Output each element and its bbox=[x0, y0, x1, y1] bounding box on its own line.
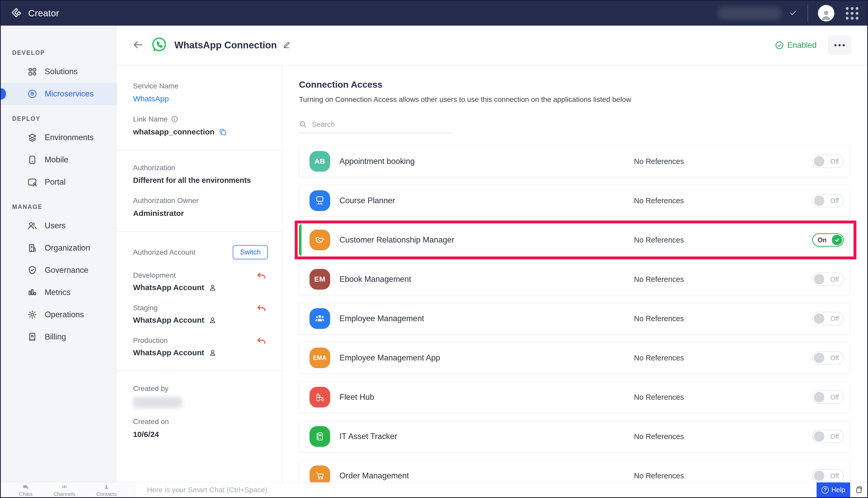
initials-badge: EMA bbox=[310, 348, 330, 368]
more-options-button[interactable] bbox=[828, 36, 851, 55]
app-name: Appointment booking bbox=[339, 157, 634, 166]
sidebar: DEVELOP Solutions Microservices DEPLOY E… bbox=[1, 26, 117, 482]
environment-account: WhatsApp Account bbox=[133, 316, 268, 325]
access-toggle[interactable]: Off bbox=[812, 273, 844, 286]
app-row: Customer Relationship ManagerNo Referenc… bbox=[299, 224, 850, 256]
side-panel-toggle[interactable] bbox=[850, 483, 867, 497]
help-button[interactable]: ? Help bbox=[817, 483, 850, 497]
search-input[interactable] bbox=[312, 120, 452, 129]
access-toggle[interactable]: Off bbox=[812, 430, 844, 443]
sidebar-item-label: Microservices bbox=[45, 89, 94, 99]
avatar[interactable] bbox=[818, 5, 835, 22]
app-card[interactable]: Customer Relationship ManagerNo Referenc… bbox=[299, 224, 850, 256]
search-field bbox=[299, 120, 452, 133]
sidebar-item-label: Environments bbox=[45, 133, 94, 142]
sidebar-item-label: Governance bbox=[45, 265, 89, 275]
copy-icon[interactable] bbox=[219, 128, 227, 136]
back-button[interactable] bbox=[132, 39, 144, 52]
app-card[interactable]: Order ManagementNo ReferencesOff bbox=[299, 460, 850, 482]
divider bbox=[117, 150, 282, 150]
sidebar-item-label: Solutions bbox=[45, 67, 78, 76]
environment-account: WhatsApp Account bbox=[133, 348, 268, 357]
sidebar-item-operations[interactable]: Operations bbox=[1, 304, 117, 326]
app-row: Employee ManagementNo ReferencesOff bbox=[299, 303, 850, 334]
chats-button[interactable]: Chats bbox=[19, 484, 32, 497]
access-toggle[interactable]: Off bbox=[812, 469, 844, 482]
mobile-icon bbox=[27, 155, 38, 165]
app-name: Order Management bbox=[339, 471, 634, 481]
app-card[interactable]: Employee ManagementNo ReferencesOff bbox=[299, 303, 850, 334]
smart-chat-bar bbox=[135, 483, 817, 497]
channels-button[interactable]: Channels bbox=[53, 484, 76, 497]
users-icon bbox=[27, 221, 38, 231]
person-silhouette-icon bbox=[820, 9, 832, 21]
environment-label: Staging bbox=[133, 304, 268, 312]
organization-icon bbox=[27, 243, 38, 253]
app-references: No References bbox=[634, 354, 684, 362]
app-card[interactable]: EMEbook ManagementNo ReferencesOff bbox=[299, 263, 850, 295]
sidebar-item-microservices[interactable]: Microservices bbox=[1, 83, 117, 105]
undo-icon bbox=[256, 271, 267, 281]
sidebar-item-environments[interactable]: Environments bbox=[1, 127, 117, 149]
revoke-authorization-button[interactable] bbox=[256, 336, 267, 348]
sidebar-item-label: Users bbox=[45, 221, 66, 231]
service-name-value[interactable]: WhatsApp bbox=[133, 94, 268, 103]
panel-icon bbox=[854, 486, 863, 494]
access-toggle[interactable]: Off bbox=[812, 351, 844, 365]
link-name-label: Link Name bbox=[133, 115, 268, 123]
sidebar-item-users[interactable]: Users bbox=[1, 214, 117, 237]
created-on-label: Created on bbox=[133, 418, 268, 426]
authorization-value: Different for all the environments bbox=[133, 176, 268, 185]
revoke-authorization-button[interactable] bbox=[256, 303, 267, 315]
sidebar-item-metrics[interactable]: Metrics bbox=[1, 281, 117, 304]
edit-title-button[interactable] bbox=[283, 41, 291, 50]
revoke-authorization-button[interactable] bbox=[256, 271, 267, 283]
app-references: No References bbox=[634, 197, 684, 205]
created-on-value: 10/6/24 bbox=[133, 430, 268, 439]
app-card[interactable]: Fleet HubNo ReferencesOff bbox=[299, 381, 850, 413]
tractor-icon bbox=[310, 387, 330, 407]
metrics-icon bbox=[27, 287, 38, 298]
smart-chat-input[interactable] bbox=[147, 486, 750, 494]
sidebar-item-organization[interactable]: Organization bbox=[1, 237, 117, 259]
sidebar-item-billing[interactable]: Billing bbox=[1, 326, 117, 348]
governance-icon bbox=[27, 265, 38, 275]
chat-dock: Chats Channels Contacts bbox=[1, 483, 135, 497]
sidebar-item-solutions[interactable]: Solutions bbox=[1, 61, 117, 83]
app-card[interactable]: IT Asset TrackerNo ReferencesOff bbox=[299, 421, 850, 452]
app-card[interactable]: Course PlannerNo ReferencesOff bbox=[299, 185, 850, 217]
connection-access-panel: Connection Access Turning on Connection … bbox=[282, 65, 867, 482]
whatsapp-logo-icon bbox=[151, 36, 168, 54]
authorization-owner-label: Authorization Owner bbox=[133, 197, 268, 205]
contacts-button[interactable]: Contacts bbox=[96, 484, 117, 497]
handshake-icon bbox=[310, 230, 330, 250]
sidebar-item-portal[interactable]: Portal bbox=[1, 171, 117, 193]
access-toggle[interactable]: Off bbox=[812, 312, 844, 325]
app-name: IT Asset Tracker bbox=[339, 432, 634, 441]
apps-grid-icon[interactable] bbox=[846, 7, 858, 19]
section-description: Turning on Connection Access allows othe… bbox=[299, 95, 850, 104]
redacted-created-by bbox=[133, 397, 182, 408]
app-row: Course PlannerNo ReferencesOff bbox=[299, 185, 850, 217]
sidebar-item-governance[interactable]: Governance bbox=[1, 259, 117, 281]
divider bbox=[807, 5, 808, 22]
access-toggle[interactable]: On bbox=[812, 233, 844, 247]
undo-icon bbox=[256, 336, 267, 347]
search-icon bbox=[299, 120, 307, 129]
redacted-username bbox=[717, 6, 782, 20]
sidebar-item-label: Mobile bbox=[45, 155, 68, 165]
access-toggle[interactable]: Off bbox=[812, 391, 844, 404]
app-card[interactable]: EMAEmployee Management AppNo ReferencesO… bbox=[299, 342, 850, 374]
back-arrow-icon bbox=[132, 39, 144, 51]
sidebar-item-mobile[interactable]: Mobile bbox=[1, 149, 117, 171]
access-toggle[interactable]: Off bbox=[812, 194, 844, 207]
sidebar-item-label: Metrics bbox=[45, 288, 70, 297]
app-references: No References bbox=[634, 472, 684, 480]
access-toggle[interactable]: Off bbox=[812, 155, 844, 168]
creator-logo[interactable]: Creator bbox=[11, 7, 59, 19]
sidebar-item-label: Billing bbox=[45, 332, 66, 342]
app-card[interactable]: ABAppointment bookingNo ReferencesOff bbox=[299, 146, 850, 177]
info-icon[interactable] bbox=[171, 115, 178, 123]
switch-account-button[interactable]: Switch bbox=[233, 245, 268, 259]
question-icon: ? bbox=[822, 486, 829, 494]
